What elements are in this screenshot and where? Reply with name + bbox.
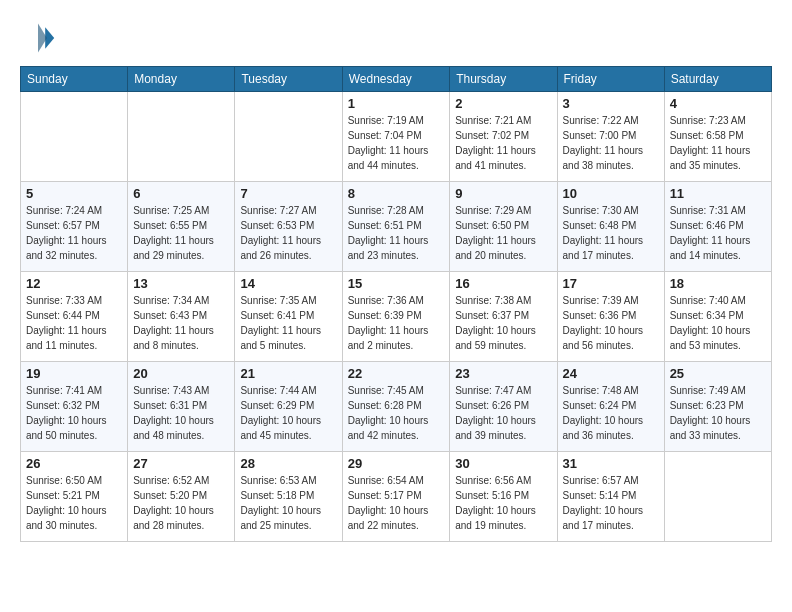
column-header-monday: Monday [128, 67, 235, 92]
calendar-cell: 12Sunrise: 7:33 AMSunset: 6:44 PMDayligh… [21, 272, 128, 362]
calendar-cell: 22Sunrise: 7:45 AMSunset: 6:28 PMDayligh… [342, 362, 450, 452]
day-number: 17 [563, 276, 659, 291]
calendar-cell: 26Sunrise: 6:50 AMSunset: 5:21 PMDayligh… [21, 452, 128, 542]
day-info: Sunrise: 7:36 AMSunset: 6:39 PMDaylight:… [348, 293, 445, 353]
day-number: 15 [348, 276, 445, 291]
calendar-cell: 21Sunrise: 7:44 AMSunset: 6:29 PMDayligh… [235, 362, 342, 452]
day-number: 3 [563, 96, 659, 111]
day-number: 7 [240, 186, 336, 201]
day-number: 21 [240, 366, 336, 381]
calendar-week-row: 26Sunrise: 6:50 AMSunset: 5:21 PMDayligh… [21, 452, 772, 542]
day-number: 1 [348, 96, 445, 111]
day-info: Sunrise: 7:44 AMSunset: 6:29 PMDaylight:… [240, 383, 336, 443]
day-number: 10 [563, 186, 659, 201]
calendar-cell: 24Sunrise: 7:48 AMSunset: 6:24 PMDayligh… [557, 362, 664, 452]
column-header-saturday: Saturday [664, 67, 771, 92]
day-info: Sunrise: 7:23 AMSunset: 6:58 PMDaylight:… [670, 113, 766, 173]
day-info: Sunrise: 7:49 AMSunset: 6:23 PMDaylight:… [670, 383, 766, 443]
calendar-week-row: 5Sunrise: 7:24 AMSunset: 6:57 PMDaylight… [21, 182, 772, 272]
calendar-cell: 5Sunrise: 7:24 AMSunset: 6:57 PMDaylight… [21, 182, 128, 272]
day-number: 24 [563, 366, 659, 381]
calendar-cell: 15Sunrise: 7:36 AMSunset: 6:39 PMDayligh… [342, 272, 450, 362]
calendar-cell: 11Sunrise: 7:31 AMSunset: 6:46 PMDayligh… [664, 182, 771, 272]
day-info: Sunrise: 7:40 AMSunset: 6:34 PMDaylight:… [670, 293, 766, 353]
calendar-cell: 7Sunrise: 7:27 AMSunset: 6:53 PMDaylight… [235, 182, 342, 272]
page-header [20, 20, 772, 56]
day-number: 25 [670, 366, 766, 381]
day-info: Sunrise: 6:50 AMSunset: 5:21 PMDaylight:… [26, 473, 122, 533]
column-header-wednesday: Wednesday [342, 67, 450, 92]
day-info: Sunrise: 7:28 AMSunset: 6:51 PMDaylight:… [348, 203, 445, 263]
day-number: 12 [26, 276, 122, 291]
calendar-table: SundayMondayTuesdayWednesdayThursdayFrid… [20, 66, 772, 542]
logo [20, 20, 60, 56]
calendar-week-row: 19Sunrise: 7:41 AMSunset: 6:32 PMDayligh… [21, 362, 772, 452]
day-number: 6 [133, 186, 229, 201]
day-info: Sunrise: 7:33 AMSunset: 6:44 PMDaylight:… [26, 293, 122, 353]
calendar-cell: 18Sunrise: 7:40 AMSunset: 6:34 PMDayligh… [664, 272, 771, 362]
calendar-cell: 20Sunrise: 7:43 AMSunset: 6:31 PMDayligh… [128, 362, 235, 452]
calendar-cell: 27Sunrise: 6:52 AMSunset: 5:20 PMDayligh… [128, 452, 235, 542]
calendar-cell: 17Sunrise: 7:39 AMSunset: 6:36 PMDayligh… [557, 272, 664, 362]
column-header-tuesday: Tuesday [235, 67, 342, 92]
day-info: Sunrise: 7:39 AMSunset: 6:36 PMDaylight:… [563, 293, 659, 353]
day-number: 22 [348, 366, 445, 381]
day-number: 5 [26, 186, 122, 201]
day-number: 4 [670, 96, 766, 111]
calendar-cell: 28Sunrise: 6:53 AMSunset: 5:18 PMDayligh… [235, 452, 342, 542]
day-info: Sunrise: 7:19 AMSunset: 7:04 PMDaylight:… [348, 113, 445, 173]
day-number: 29 [348, 456, 445, 471]
calendar-cell: 10Sunrise: 7:30 AMSunset: 6:48 PMDayligh… [557, 182, 664, 272]
day-info: Sunrise: 7:41 AMSunset: 6:32 PMDaylight:… [26, 383, 122, 443]
calendar-cell: 9Sunrise: 7:29 AMSunset: 6:50 PMDaylight… [450, 182, 557, 272]
day-number: 8 [348, 186, 445, 201]
day-info: Sunrise: 6:53 AMSunset: 5:18 PMDaylight:… [240, 473, 336, 533]
day-number: 31 [563, 456, 659, 471]
day-info: Sunrise: 7:25 AMSunset: 6:55 PMDaylight:… [133, 203, 229, 263]
day-info: Sunrise: 7:45 AMSunset: 6:28 PMDaylight:… [348, 383, 445, 443]
calendar-cell: 16Sunrise: 7:38 AMSunset: 6:37 PMDayligh… [450, 272, 557, 362]
calendar-week-row: 1Sunrise: 7:19 AMSunset: 7:04 PMDaylight… [21, 92, 772, 182]
calendar-cell [235, 92, 342, 182]
calendar-cell: 3Sunrise: 7:22 AMSunset: 7:00 PMDaylight… [557, 92, 664, 182]
column-header-sunday: Sunday [21, 67, 128, 92]
day-number: 14 [240, 276, 336, 291]
calendar-cell: 1Sunrise: 7:19 AMSunset: 7:04 PMDaylight… [342, 92, 450, 182]
calendar-cell: 2Sunrise: 7:21 AMSunset: 7:02 PMDaylight… [450, 92, 557, 182]
day-number: 20 [133, 366, 229, 381]
day-info: Sunrise: 6:56 AMSunset: 5:16 PMDaylight:… [455, 473, 551, 533]
day-number: 13 [133, 276, 229, 291]
calendar-cell: 13Sunrise: 7:34 AMSunset: 6:43 PMDayligh… [128, 272, 235, 362]
calendar-cell: 4Sunrise: 7:23 AMSunset: 6:58 PMDaylight… [664, 92, 771, 182]
calendar-cell: 14Sunrise: 7:35 AMSunset: 6:41 PMDayligh… [235, 272, 342, 362]
day-info: Sunrise: 7:34 AMSunset: 6:43 PMDaylight:… [133, 293, 229, 353]
day-number: 2 [455, 96, 551, 111]
day-info: Sunrise: 7:38 AMSunset: 6:37 PMDaylight:… [455, 293, 551, 353]
day-number: 26 [26, 456, 122, 471]
day-info: Sunrise: 7:30 AMSunset: 6:48 PMDaylight:… [563, 203, 659, 263]
column-header-friday: Friday [557, 67, 664, 92]
day-info: Sunrise: 7:29 AMSunset: 6:50 PMDaylight:… [455, 203, 551, 263]
day-info: Sunrise: 7:31 AMSunset: 6:46 PMDaylight:… [670, 203, 766, 263]
day-info: Sunrise: 7:35 AMSunset: 6:41 PMDaylight:… [240, 293, 336, 353]
calendar-cell: 25Sunrise: 7:49 AMSunset: 6:23 PMDayligh… [664, 362, 771, 452]
day-info: Sunrise: 7:24 AMSunset: 6:57 PMDaylight:… [26, 203, 122, 263]
calendar-cell [21, 92, 128, 182]
day-number: 9 [455, 186, 551, 201]
calendar-cell: 23Sunrise: 7:47 AMSunset: 6:26 PMDayligh… [450, 362, 557, 452]
day-info: Sunrise: 7:27 AMSunset: 6:53 PMDaylight:… [240, 203, 336, 263]
day-number: 19 [26, 366, 122, 381]
day-number: 18 [670, 276, 766, 291]
day-info: Sunrise: 7:43 AMSunset: 6:31 PMDaylight:… [133, 383, 229, 443]
calendar-cell: 30Sunrise: 6:56 AMSunset: 5:16 PMDayligh… [450, 452, 557, 542]
day-info: Sunrise: 7:48 AMSunset: 6:24 PMDaylight:… [563, 383, 659, 443]
calendar-cell: 19Sunrise: 7:41 AMSunset: 6:32 PMDayligh… [21, 362, 128, 452]
day-number: 23 [455, 366, 551, 381]
calendar-cell: 31Sunrise: 6:57 AMSunset: 5:14 PMDayligh… [557, 452, 664, 542]
day-info: Sunrise: 6:52 AMSunset: 5:20 PMDaylight:… [133, 473, 229, 533]
day-info: Sunrise: 7:21 AMSunset: 7:02 PMDaylight:… [455, 113, 551, 173]
day-number: 16 [455, 276, 551, 291]
day-number: 28 [240, 456, 336, 471]
day-number: 11 [670, 186, 766, 201]
calendar-week-row: 12Sunrise: 7:33 AMSunset: 6:44 PMDayligh… [21, 272, 772, 362]
